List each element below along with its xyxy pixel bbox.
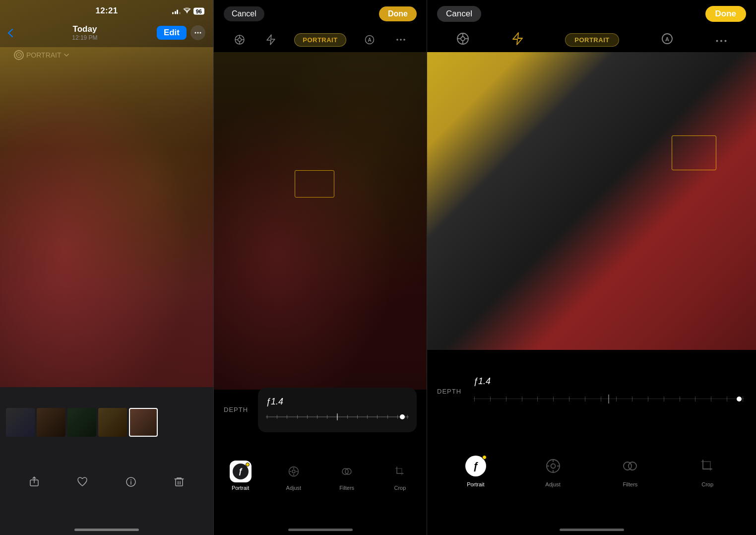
depth-panel: DEPTH ƒ1.4 (214, 381, 427, 438)
lightning-icon (266, 34, 276, 45)
svg-text:A: A (665, 36, 669, 42)
svg-point-40 (716, 40, 718, 42)
adjust-tool-icon[interactable] (283, 461, 305, 482)
p3-depth-slider[interactable] (473, 392, 744, 406)
p3-crop-label: Crop (701, 481, 713, 487)
back-button[interactable] (8, 29, 13, 37)
filters-tool-icon[interactable] (336, 461, 358, 482)
svg-point-50 (629, 462, 636, 470)
svg-rect-10 (176, 479, 183, 486)
svg-point-33 (461, 37, 465, 41)
status-bar: 12:21 96 (0, 0, 213, 22)
crop-tool-label: Crop (394, 485, 406, 491)
svg-point-1 (194, 32, 196, 34)
p3-cancel-button[interactable]: Cancel (437, 6, 481, 22)
p3-filters-label: Filters (623, 481, 637, 487)
adjust-tool-label: Adjust (286, 485, 302, 491)
svg-point-0 (187, 12, 188, 13)
p3-filters-icon-wrap[interactable] (618, 454, 642, 478)
thumbnail-4[interactable] (98, 408, 127, 437)
thumbnail-1[interactable] (6, 408, 35, 437)
p3-filters-icon (622, 458, 638, 474)
p3-adjust-icon-wrap[interactable] (541, 454, 566, 478)
p3-portrait-pill[interactable]: PORTRAIT (565, 33, 619, 47)
battery-icon: 96 (193, 7, 204, 14)
p3-portrait-label: Portrait (467, 481, 484, 487)
svg-point-22 (400, 39, 402, 41)
svg-point-41 (720, 40, 722, 42)
p3-auto-button[interactable]: A (661, 33, 673, 47)
panel-edit-active: Cancel Done PORTRAIT A (427, 0, 756, 535)
crop-tool-item[interactable]: Crop (389, 461, 411, 491)
thumbnail-2[interactable] (37, 408, 65, 437)
favorites-button[interactable] (76, 476, 88, 488)
portrait-tool-icon[interactable]: ƒ (230, 461, 252, 482)
svg-text:A: A (368, 37, 371, 43)
portrait-pill[interactable]: PORTRAIT (294, 33, 346, 47)
svg-point-29 (292, 470, 295, 473)
photo-edit-area (214, 52, 427, 390)
lightning-tool-button[interactable] (263, 32, 279, 48)
face-focus-indicator (295, 170, 334, 198)
svg-point-42 (725, 40, 727, 42)
nav-subtitle: 12:19 PM (72, 34, 97, 41)
p3-portrait-tool-icon[interactable]: ƒ (463, 454, 488, 478)
svg-point-8 (130, 479, 131, 480)
delete-icon (173, 476, 185, 488)
p3-lightning-button[interactable] (512, 32, 523, 47)
slider-handle[interactable] (400, 414, 405, 419)
panel-photo-viewer: 12:21 96 Today (0, 0, 213, 535)
portrait-f-icon: ƒ (232, 463, 250, 480)
svg-point-2 (197, 32, 198, 34)
p3-portrait-f-icon: ƒ (465, 456, 486, 476)
p3-done-button[interactable]: Done (705, 6, 747, 22)
edit-tools-bar: PORTRAIT A (214, 27, 427, 52)
delete-button[interactable] (173, 476, 185, 488)
thumbnail-3[interactable] (67, 408, 96, 437)
p3-crop-icon (699, 458, 715, 474)
done-button[interactable]: Done (379, 6, 417, 21)
edit-button[interactable]: Edit (157, 26, 187, 40)
share-button[interactable] (28, 476, 40, 488)
aperture-tool-button[interactable] (232, 32, 248, 48)
portrait-tool-item[interactable]: ƒ Portrait (230, 461, 252, 491)
more-button[interactable] (190, 25, 205, 40)
photo-area (0, 0, 213, 387)
p3-adjust-icon (545, 458, 561, 474)
auto-tool-button[interactable]: A (362, 32, 378, 48)
adjust-icon (288, 466, 299, 477)
p3-more-button[interactable] (716, 35, 727, 44)
thumbnail-5-selected[interactable] (129, 408, 158, 437)
p3-crop-icon-wrap[interactable] (695, 454, 720, 478)
svg-point-48 (551, 464, 555, 468)
more-tool-button[interactable] (393, 32, 409, 48)
p3-depth-control[interactable]: ƒ1.4 (471, 376, 746, 406)
edit-bottom-bar: ƒ Portrait Adjust (214, 453, 427, 498)
share-icon (28, 476, 40, 488)
p3-photo (427, 52, 756, 350)
p3-photo-area (427, 52, 756, 350)
info-button[interactable] (125, 476, 137, 488)
crop-icon (394, 466, 405, 477)
p3-slider-handle[interactable] (737, 397, 742, 401)
p3-filters-tool[interactable]: Filters (618, 454, 642, 487)
p3-depth-label: DEPTH (437, 388, 461, 395)
depth-control[interactable]: ƒ1.4 (258, 388, 417, 432)
status-icons: 96 (172, 7, 204, 15)
svg-point-23 (403, 39, 405, 41)
depth-slider[interactable] (266, 411, 409, 423)
thumbnail-bar (0, 406, 213, 438)
aperture-icon (234, 34, 245, 45)
cancel-button[interactable]: Cancel (224, 6, 264, 21)
p3-portrait-tool[interactable]: ƒ Portrait (463, 454, 488, 487)
p3-aperture-button[interactable] (456, 32, 469, 47)
p3-face-focus (672, 135, 716, 170)
panel-edit-view: Cancel Done PORTRAIT A (213, 0, 427, 535)
adjust-tool-item[interactable]: Adjust (283, 461, 305, 491)
more-icon (396, 39, 405, 41)
signal-icon (172, 8, 181, 14)
filters-tool-item[interactable]: Filters (336, 461, 358, 491)
crop-tool-icon[interactable] (389, 461, 411, 482)
p3-crop-tool[interactable]: Crop (695, 454, 720, 487)
p3-adjust-tool[interactable]: Adjust (541, 454, 566, 487)
